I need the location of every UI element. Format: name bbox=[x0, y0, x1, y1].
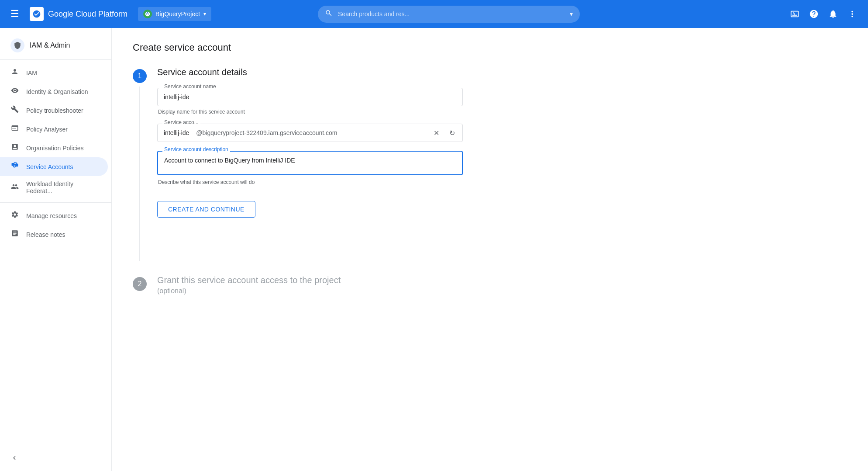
sidebar-label-iam: IAM bbox=[26, 69, 37, 76]
sidebar-label-org-policies: Organisation Policies bbox=[26, 145, 84, 152]
terminal-button[interactable] bbox=[786, 5, 803, 23]
iam-icon bbox=[10, 68, 19, 78]
top-navigation: ☰ Google Cloud Platform BigQueryProject … bbox=[0, 0, 868, 28]
identity-org-icon bbox=[10, 87, 19, 97]
step2-number: 2 bbox=[133, 277, 147, 291]
main-content: Create service account 1 Service account… bbox=[112, 28, 868, 471]
collapse-icon bbox=[10, 454, 18, 463]
notification-button[interactable] bbox=[824, 5, 842, 23]
svg-point-1 bbox=[146, 14, 147, 15]
sidebar-item-policy-analyser[interactable]: Policy Analyser bbox=[0, 120, 108, 139]
sidebar-header-title: IAM & Admin bbox=[30, 42, 70, 49]
sidebar-item-policy-troubleshooter[interactable]: Policy troubleshooter bbox=[0, 101, 108, 120]
service-account-id-domain: @bigqueryproject-322409.iam.gserviceacco… bbox=[193, 124, 429, 142]
service-account-desc-input[interactable]: Account to connect to BigQuery from Inte… bbox=[157, 151, 463, 175]
step2-subtitle: (optional) bbox=[157, 287, 463, 295]
sidebar-item-workload-identity[interactable]: Workload Identity Federat... bbox=[0, 176, 108, 199]
service-accounts-icon bbox=[10, 162, 19, 172]
release-notes-icon bbox=[10, 229, 19, 239]
sidebar-label-release-notes: Release notes bbox=[26, 231, 65, 238]
service-account-name-hint: Display name for this service account bbox=[157, 109, 463, 115]
sidebar-item-release-notes[interactable]: Release notes bbox=[0, 225, 108, 244]
service-account-name-field: Service account name Display name for th… bbox=[157, 88, 463, 115]
manage-resources-icon bbox=[10, 211, 19, 221]
sidebar-label-policy-troubleshooter: Policy troubleshooter bbox=[26, 107, 83, 114]
search-expand-icon[interactable]: ▾ bbox=[570, 10, 573, 17]
service-account-id-prefix: intellij-ide bbox=[158, 124, 193, 142]
service-account-id-refresh-btn[interactable]: ↻ bbox=[445, 126, 459, 140]
sidebar-collapse-button[interactable] bbox=[0, 450, 111, 468]
search-bar[interactable]: ▾ bbox=[318, 6, 580, 23]
svg-point-3 bbox=[147, 12, 148, 14]
hamburger-menu[interactable]: ☰ bbox=[7, 5, 23, 23]
logo-icon bbox=[30, 7, 44, 21]
service-account-desc-hint: Describe what this service account will … bbox=[157, 179, 463, 185]
service-account-id-actions: ✕ ↻ bbox=[429, 126, 462, 140]
app-layout: IAM & Admin IAM Identity & Organisation bbox=[0, 28, 868, 471]
step1-content: Service account details Service account … bbox=[157, 67, 463, 261]
service-account-id-field[interactable]: intellij-ide @bigqueryproject-322409.iam… bbox=[157, 124, 463, 142]
step1-section: 1 Service account details Service accoun… bbox=[133, 67, 847, 261]
service-account-id-container: Service acco... intellij-ide @bigquerypr… bbox=[157, 124, 463, 142]
project-icon bbox=[143, 10, 152, 18]
workload-identity-icon bbox=[10, 183, 19, 193]
sidebar-label-manage-resources: Manage resources bbox=[26, 212, 77, 219]
sidebar-label-workload-identity: Workload Identity Federat... bbox=[26, 180, 97, 194]
sidebar-item-iam[interactable]: IAM bbox=[0, 63, 108, 82]
step2-section: 2 Grant this service account access to t… bbox=[133, 275, 847, 295]
sidebar-header-icon bbox=[10, 38, 24, 52]
nav-actions bbox=[786, 5, 861, 23]
service-account-name-label: Service account name bbox=[162, 83, 218, 90]
policy-analyser-icon bbox=[10, 124, 19, 134]
service-account-id-clear-btn[interactable]: ✕ bbox=[429, 126, 443, 140]
org-policies-icon bbox=[10, 143, 19, 153]
sidebar-label-policy-analyser: Policy Analyser bbox=[26, 126, 68, 133]
service-account-desc-field: Service account description Account to c… bbox=[157, 151, 463, 185]
service-account-id-label: Service acco... bbox=[162, 119, 200, 125]
service-account-name-input[interactable] bbox=[157, 88, 463, 106]
app-logo: Google Cloud Platform bbox=[30, 7, 127, 21]
step2-title: Grant this service account access to the… bbox=[157, 275, 463, 285]
app-title: Google Cloud Platform bbox=[48, 10, 127, 19]
project-dropdown-arrow: ▾ bbox=[203, 11, 206, 17]
more-options-button[interactable] bbox=[844, 5, 861, 23]
create-and-continue-button[interactable]: CREATE AND CONTINUE bbox=[157, 201, 255, 218]
sidebar-item-manage-resources[interactable]: Manage resources bbox=[0, 206, 108, 225]
project-name: BigQueryProject bbox=[155, 10, 200, 17]
sidebar-label-service-accounts: Service Accounts bbox=[26, 163, 73, 170]
sidebar-header: IAM & Admin bbox=[0, 31, 111, 60]
sidebar-item-service-accounts[interactable]: Service Accounts bbox=[0, 157, 108, 176]
sidebar-item-identity-org[interactable]: Identity & Organisation bbox=[0, 82, 108, 101]
search-icon bbox=[325, 9, 333, 19]
sidebar-label-identity-org: Identity & Organisation bbox=[26, 88, 88, 95]
page-title: Create service account bbox=[133, 42, 847, 53]
service-account-desc-label: Service account description bbox=[162, 146, 230, 152]
step2-content: Grant this service account access to the… bbox=[157, 275, 463, 295]
search-input[interactable] bbox=[338, 10, 565, 17]
project-selector[interactable]: BigQueryProject ▾ bbox=[138, 7, 211, 21]
svg-point-2 bbox=[148, 14, 149, 15]
sidebar: IAM & Admin IAM Identity & Organisation bbox=[0, 28, 112, 471]
step1-number: 1 bbox=[133, 69, 147, 83]
sidebar-divider bbox=[0, 202, 111, 203]
help-button[interactable] bbox=[805, 5, 823, 23]
sidebar-item-org-policies[interactable]: Organisation Policies bbox=[0, 139, 108, 157]
policy-troubleshooter-icon bbox=[10, 105, 19, 115]
step1-title: Service account details bbox=[157, 67, 463, 77]
